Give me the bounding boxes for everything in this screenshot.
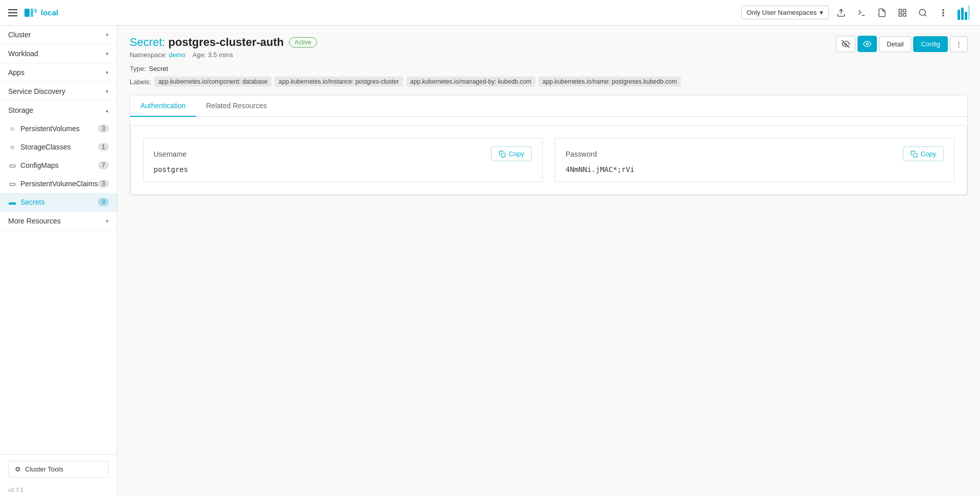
topbar-left: local — [8, 6, 58, 20]
persistent-volumes-label: PersistentVolumes — [20, 125, 80, 133]
namespace-meta-label: Namespace: — [130, 51, 167, 59]
sidebar-item-storage-classes[interactable]: ○ StorageClasses 1 — [0, 138, 117, 156]
page-header: Secret: postgres-cluster-auth Active Nam… — [130, 36, 968, 59]
configmaps-label: ConfigMaps — [20, 161, 59, 169]
hamburger-icon[interactable] — [8, 9, 17, 16]
svg-rect-14 — [958, 10, 960, 20]
svg-line-10 — [924, 14, 926, 16]
eye-hidden-button[interactable] — [836, 36, 855, 52]
tab-authentication[interactable]: Authentication — [130, 95, 196, 117]
username-copy-label: Copy — [509, 150, 524, 158]
sidebar-item-storage[interactable]: Storage ▴ — [0, 101, 117, 119]
page-title: Secret: postgres-cluster-auth Active — [130, 36, 317, 49]
cluster-label: Cluster — [8, 31, 31, 39]
apps-label: Apps — [8, 68, 24, 77]
apps-chevron: ▾ — [106, 69, 109, 76]
label-tag-3: app.kubernetes.io/name: postgreses.kubed… — [538, 77, 681, 87]
content-area: Secret: postgres-cluster-auth Active Nam… — [117, 26, 980, 496]
sidebar-item-apps[interactable]: Apps ▾ — [0, 63, 117, 82]
namespace-link[interactable]: demo — [169, 51, 186, 59]
type-label: Type: — [130, 65, 146, 72]
sidebar: Cluster ▾ Workload ▾ Apps ▾ — [0, 26, 117, 496]
pvc-badge: 3 — [98, 180, 109, 188]
svg-rect-2 — [34, 9, 37, 13]
svg-rect-7 — [903, 13, 906, 16]
tab-related-resources[interactable]: Related Resources — [196, 95, 277, 117]
secrets-label: Secrets — [20, 198, 44, 206]
sidebar-item-workload[interactable]: Workload ▾ — [0, 44, 117, 63]
svg-rect-5 — [899, 9, 901, 12]
username-value: postgres — [154, 165, 532, 173]
brand-logo: local — [23, 6, 58, 20]
storage-label: Storage — [8, 106, 33, 114]
username-label: Username — [154, 150, 187, 158]
password-value: 4NmNNi.jMAC*;rVi — [566, 165, 944, 173]
search-icon-btn[interactable] — [915, 5, 931, 21]
namespace-chevron: ▾ — [820, 9, 823, 16]
namespace-selector-label: Only User Namespaces — [747, 9, 817, 16]
page-title-label: Secret: — [130, 36, 165, 48]
storage-classes-badge: 1 — [98, 143, 109, 151]
secrets-icon: ▬ — [8, 198, 16, 206]
upload-icon-btn[interactable] — [833, 5, 849, 21]
secrets-badge: 9 — [98, 198, 109, 206]
settings-icon-btn[interactable] — [894, 5, 911, 21]
page-title-text: Secret: postgres-cluster-auth — [130, 36, 284, 49]
svg-point-13 — [943, 15, 944, 16]
sidebar-section-storage: Storage ▴ ○ PersistentVolumes 3 ○ Storag… — [0, 101, 117, 212]
storage-classes-icon: ○ — [8, 143, 16, 151]
workload-label: Workload — [8, 49, 38, 58]
pvc-icon: ▭ — [8, 180, 16, 188]
username-field-header: Username Copy — [154, 146, 532, 161]
sidebar-item-cluster[interactable]: Cluster ▾ — [0, 26, 117, 44]
tab-related-resources-label: Related Resources — [206, 102, 267, 110]
sidebar-item-pvc[interactable]: ▭ PersistentVolumeClaims 3 — [0, 175, 117, 193]
app-name: local — [41, 8, 58, 17]
label-tag-0: app.kubernetes.io/component: database — [154, 77, 272, 87]
eye-show-button[interactable] — [857, 36, 877, 52]
svg-rect-20 — [501, 153, 505, 157]
more-resources-label: More Resources — [8, 217, 61, 225]
sidebar-item-more-resources[interactable]: More Resources ▾ — [0, 212, 117, 230]
password-field: Password Copy 4NmNNi.jMAC*;rVi — [555, 138, 954, 182]
cluster-chevron: ▾ — [106, 32, 109, 38]
card-container: Authentication Related Resources Usernam… — [130, 95, 968, 195]
svg-rect-17 — [968, 6, 970, 20]
activity-icon-btn[interactable] — [955, 5, 972, 21]
more-resources-chevron: ▾ — [106, 218, 109, 225]
service-discovery-label: Service Discovery — [8, 87, 65, 95]
svg-rect-1 — [31, 9, 33, 17]
file-icon-btn[interactable] — [874, 5, 890, 21]
cluster-tools-label: Cluster Tools — [25, 465, 63, 473]
detail-button[interactable]: Detail — [879, 36, 911, 52]
username-copy-button[interactable]: Copy — [491, 146, 532, 161]
tabs: Authentication Related Resources — [130, 95, 967, 117]
topbar-right: Only User Namespaces ▾ — [741, 5, 972, 21]
more-icon-btn[interactable] — [935, 5, 951, 21]
label-tag-2: app.kubernetes.io/managed-by: kubedb.com — [406, 77, 536, 87]
sidebar-item-service-discovery[interactable]: Service Discovery ▾ — [0, 82, 117, 101]
terminal-icon-btn[interactable] — [853, 5, 870, 21]
config-button[interactable]: Config — [913, 36, 948, 52]
username-field: Username Copy postgres — [143, 138, 543, 182]
svg-point-9 — [919, 9, 925, 15]
svg-point-19 — [866, 43, 868, 45]
svg-point-11 — [943, 9, 944, 10]
tab-content: Username Copy postgres Password — [130, 125, 967, 195]
label-tag-1: app.kubernetes.io/instance: postgres-clu… — [275, 77, 403, 87]
svg-rect-6 — [903, 9, 906, 12]
storage-classes-label: StorageClasses — [20, 143, 71, 151]
cluster-tools-button[interactable]: ⚙ Cluster Tools — [8, 461, 109, 478]
password-label: Password — [566, 150, 597, 158]
status-badge: Active — [289, 37, 317, 47]
sidebar-item-configmaps[interactable]: ▭ ConfigMaps 7 — [0, 156, 117, 175]
password-copy-button[interactable]: Copy — [903, 146, 944, 161]
namespace-selector[interactable]: Only User Namespaces ▾ — [741, 6, 829, 19]
page-title-name: postgres-cluster-auth — [168, 36, 284, 48]
svg-rect-8 — [899, 13, 901, 16]
sidebar-item-persistent-volumes[interactable]: ○ PersistentVolumes 3 — [0, 119, 117, 138]
sidebar-item-secrets[interactable]: ▬ Secrets 9 — [0, 193, 117, 211]
storage-chevron: ▴ — [106, 107, 109, 114]
more-actions-button[interactable]: ⋮ — [950, 36, 968, 52]
configmaps-badge: 7 — [98, 161, 109, 169]
